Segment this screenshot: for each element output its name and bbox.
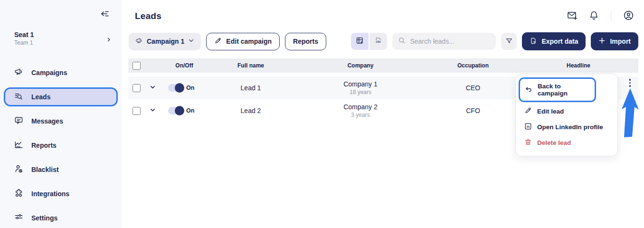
- expand-row-button[interactable]: [144, 107, 161, 114]
- new-message-button[interactable]: [565, 8, 580, 25]
- row-actions-menu: Back to campaign Edit lead in: [515, 74, 618, 156]
- search-input[interactable]: [410, 38, 490, 45]
- sidebar-item-label: Messages: [31, 117, 63, 125]
- menu-item-label: Open LinkedIn profile: [537, 124, 603, 131]
- toggle-knob: [175, 106, 184, 115]
- toolbar: Campaign 1 Edit campaign Reports: [122, 25, 644, 50]
- sidebar-item-label: Settings: [31, 214, 57, 222]
- plus-icon: [598, 37, 606, 46]
- pencil-icon: [524, 107, 532, 116]
- menu-item-label: Delete lead: [537, 139, 571, 146]
- puzzle-icon: [14, 189, 23, 199]
- chevron-down-icon: [150, 84, 156, 92]
- mail-plus-icon: [567, 10, 578, 23]
- sidebar-item-label: Leads: [31, 93, 50, 101]
- view-toggle: CSV: [351, 33, 387, 50]
- kebab-dot: [629, 79, 631, 81]
- table-header-row: On/Off Full name Company Occupation Head…: [128, 58, 638, 73]
- seat-title: Seat 1: [14, 31, 34, 38]
- seat-subtitle: Team 1: [14, 39, 34, 46]
- import-button[interactable]: Import: [591, 32, 638, 50]
- lead-occupation: CEO: [427, 84, 519, 92]
- toggle-state-label: On: [186, 107, 194, 114]
- menu-item-edit-lead[interactable]: Edit lead: [521, 104, 613, 119]
- row-actions-kebab-button[interactable]: [627, 77, 633, 89]
- sidebar-item-integrations[interactable]: Integrations: [4, 184, 118, 203]
- sidebar-item-campaigns[interactable]: Campaigns: [4, 63, 118, 82]
- column-header-full-name: Full name: [208, 62, 294, 69]
- import-label: Import: [610, 38, 631, 45]
- sidebar-item-reports[interactable]: Reports: [4, 136, 118, 155]
- svg-text:CSV: CSV: [376, 41, 381, 43]
- app-root: Seat 1 Team 1 › Campaigns: [0, 0, 644, 228]
- csv-view-button[interactable]: CSV: [369, 33, 387, 50]
- menu-item-delete-lead[interactable]: Delete lead: [521, 135, 613, 151]
- edit-campaign-button[interactable]: Edit campaign: [206, 33, 280, 50]
- chevron-down-icon: [188, 38, 194, 45]
- chevron-right-icon: ›: [107, 34, 110, 43]
- sidebar: Seat 1 Team 1 › Campaigns: [0, 0, 122, 228]
- export-data-label: Export data: [541, 38, 578, 45]
- column-header-company: Company: [294, 62, 427, 69]
- menu-item-back-to-campaign[interactable]: Back to campaign: [521, 79, 594, 100]
- filter-button[interactable]: [501, 33, 517, 50]
- reports-button[interactable]: Reports: [285, 33, 326, 50]
- sidebar-item-label: Reports: [31, 142, 57, 149]
- kebab-dot: [629, 85, 631, 87]
- lead-occupation: CFO: [427, 107, 519, 114]
- message-icon: [14, 116, 23, 126]
- row-checkbox[interactable]: [133, 107, 141, 115]
- linkedin-icon: in: [524, 123, 532, 132]
- seat-selector[interactable]: Seat 1 Team 1 ›: [4, 20, 118, 46]
- menu-item-label: Back to campaign: [538, 83, 590, 97]
- trash-icon: [524, 138, 532, 147]
- reports-button-label: Reports: [293, 38, 318, 45]
- row-checkbox[interactable]: [133, 84, 141, 92]
- menu-item-open-linkedin-profile[interactable]: in Open LinkedIn profile: [521, 119, 613, 135]
- chart-icon: [14, 140, 23, 151]
- export-data-button[interactable]: Export data: [522, 32, 586, 50]
- menu-item-label: Edit lead: [537, 108, 564, 115]
- lead-search-icon: [14, 92, 23, 102]
- svg-text:in: in: [527, 125, 530, 128]
- expand-row-button[interactable]: [144, 84, 161, 92]
- sliders-icon: [14, 213, 23, 223]
- sidebar-item-label: Campaigns: [31, 69, 67, 76]
- sidebar-nav: Campaigns Leads: [4, 63, 118, 228]
- sidebar-item-blacklist[interactable]: Blacklist: [4, 160, 118, 179]
- select-all-checkbox[interactable]: [133, 62, 141, 70]
- table-view-button[interactable]: [351, 33, 369, 50]
- lead-full-name: Lead 1: [208, 84, 294, 92]
- search-box: [392, 33, 496, 50]
- toggle-knob: [175, 83, 184, 93]
- account-button[interactable]: [621, 8, 636, 25]
- lead-on-off-toggle[interactable]: [168, 84, 183, 92]
- search-icon: [398, 37, 406, 46]
- annotation-highlight-ring: Back to campaign: [519, 77, 596, 102]
- user-avatar-icon: [623, 10, 635, 23]
- megaphone-icon: [135, 37, 143, 46]
- lead-full-name: Lead 2: [208, 107, 294, 114]
- lead-on-off-toggle[interactable]: [168, 107, 183, 114]
- lead-company-tenure: 18 years: [294, 89, 427, 95]
- collapse-sidebar-icon: [100, 13, 110, 20]
- kebab-dot: [629, 82, 631, 84]
- megaphone-icon: [14, 67, 23, 78]
- collapse-sidebar-button[interactable]: [100, 9, 110, 20]
- sidebar-item-messages[interactable]: Messages: [4, 112, 118, 131]
- column-header-headline: Headline: [519, 62, 638, 69]
- column-header-on-off: On/Off: [161, 62, 208, 69]
- sidebar-item-settings[interactable]: Settings: [4, 209, 118, 228]
- campaign-selector[interactable]: Campaign 1: [129, 33, 201, 50]
- sidebar-item-leads[interactable]: Leads: [4, 87, 118, 106]
- edit-campaign-label: Edit campaign: [226, 38, 272, 45]
- sidebar-item-label: Blacklist: [31, 166, 59, 173]
- lead-company-tenure: 3 years: [294, 112, 427, 118]
- notifications-button[interactable]: [587, 8, 601, 24]
- lead-company: Company 2: [294, 103, 427, 111]
- page-title: Leads: [135, 11, 161, 21]
- user-block-icon: [14, 164, 23, 175]
- pencil-icon: [214, 37, 222, 46]
- table-settings-icon: [356, 37, 364, 46]
- file-export-icon: [530, 37, 537, 46]
